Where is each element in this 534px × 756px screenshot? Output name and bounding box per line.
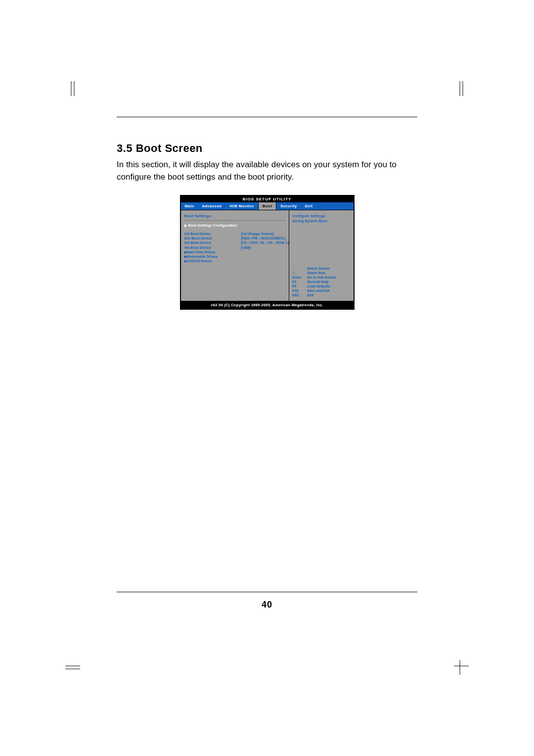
key-help: ←→Select Screen ↑↓Select Item EnterGo to…: [289, 266, 353, 301]
help-key: F1: [292, 280, 307, 284]
tab-advanced[interactable]: Advanced: [198, 202, 226, 210]
bios-body: Boot Settings ▶Boot Settings Configurati…: [181, 210, 354, 301]
bios-titlebar: BIOS SETUP UTILITY: [181, 196, 354, 202]
submenu-item[interactable]: ▶Hard Disk Drives: [181, 250, 289, 254]
help-desc: Go to Sub Screen: [307, 275, 336, 280]
boot-device-value: [1st Floppy Device]: [241, 232, 274, 236]
help-key: ESC: [292, 293, 307, 297]
boot-device-row[interactable]: 3rd Boot Device [CD / DVD: 3S - CD - ROM…: [181, 240, 289, 245]
boot-settings-heading: Boot Settings: [181, 210, 289, 220]
boot-device-row[interactable]: 2nd Boot Device [HDD: PM - HDS722580VL]: [181, 236, 289, 240]
section-name: Boot Screen: [136, 142, 203, 154]
boot-settings-configuration[interactable]: ▶Boot Settings Configuration: [181, 221, 289, 230]
bios-left-pane: Boot Settings ▶Boot Settings Configurati…: [181, 210, 290, 301]
tab-hw-monitor[interactable]: H/W Monitor: [225, 202, 258, 210]
help-key: ↑↓: [292, 271, 307, 275]
tab-security[interactable]: Security: [276, 202, 301, 210]
boot-device-label: 2nd Boot Device: [184, 236, 241, 240]
submenu-label: Removable Drives: [187, 255, 218, 258]
submenu-label: CD/DVD Drives: [187, 259, 212, 263]
page-number: 40: [117, 600, 417, 610]
boot-device-label: 1st Boot Device: [184, 232, 241, 236]
help-key: F9: [292, 284, 307, 288]
boot-device-value: [HDD: PM - HDS722580VL]: [241, 236, 286, 240]
bios-right-pane: Configure Settings during System Boot. ←…: [289, 210, 353, 301]
bios-footer: v02.54 (C) Copyright 1985-2005, American…: [181, 301, 354, 309]
section-title: 3.5 Boot Screen: [117, 142, 417, 155]
header-rule: [117, 117, 417, 117]
triangle-right-icon: ▶Hard Disk Drives: [184, 250, 241, 254]
boot-device-row[interactable]: 4th Boot Device [USB]: [181, 245, 289, 250]
submenu-label: Hard Disk Drives: [187, 250, 216, 254]
body-paragraph: In this section, it will display the ava…: [117, 159, 417, 183]
help-line: Configure Settings: [292, 214, 350, 218]
submenu-item[interactable]: ▶CD/DVD Drives: [181, 259, 289, 263]
help-key: F10: [292, 288, 307, 293]
help-desc: Exit: [307, 293, 313, 297]
crop-mark-br: [454, 660, 469, 675]
triangle-right-icon: ▶CD/DVD Drives: [184, 259, 241, 263]
footer-rule: [117, 592, 417, 592]
section-number: 3.5: [117, 142, 133, 154]
submenu-item[interactable]: ▶Removable Drives: [181, 254, 289, 259]
tab-exit[interactable]: Exit: [301, 202, 317, 210]
boot-device-label: 3rd Boot Device: [184, 240, 241, 245]
submenu-label: Boot Settings Configuration: [188, 224, 237, 227]
boot-device-row[interactable]: 1st Boot Device [1st Floppy Device]: [181, 232, 289, 236]
help-desc: Save and Exit: [307, 288, 330, 293]
help-desc: Select Item: [307, 271, 325, 275]
crop-mark-tl: [65, 81, 80, 96]
crop-mark-tr: [454, 81, 469, 96]
boot-device-value: [CD / DVD: 3S - CD - ROM C]: [241, 240, 289, 245]
bios-tab-row: Main Advanced H/W Monitor Boot Security …: [181, 202, 354, 210]
boot-device-label: 4th Boot Device: [184, 245, 241, 250]
help-text: Configure Settings during System Boot.: [289, 210, 353, 225]
bios-screenshot: BIOS SETUP UTILITY Main Advanced H/W Mon…: [180, 195, 355, 310]
boot-device-value: [USB]: [241, 245, 251, 250]
crop-mark-bl: [65, 660, 80, 675]
tab-main[interactable]: Main: [181, 202, 198, 210]
tab-boot[interactable]: Boot: [259, 202, 276, 210]
help-key: Enter: [292, 275, 307, 280]
help-key: ←→: [292, 266, 307, 271]
triangle-right-icon: ▶: [184, 224, 187, 228]
help-desc: General Help: [307, 280, 328, 284]
help-line: during System Boot.: [292, 219, 350, 223]
help-desc: Select Screen: [307, 266, 330, 271]
triangle-right-icon: ▶Removable Drives: [184, 254, 241, 259]
help-desc: Load Defaults: [307, 284, 330, 288]
page-content: 3.5 Boot Screen In this section, it will…: [117, 117, 417, 602]
